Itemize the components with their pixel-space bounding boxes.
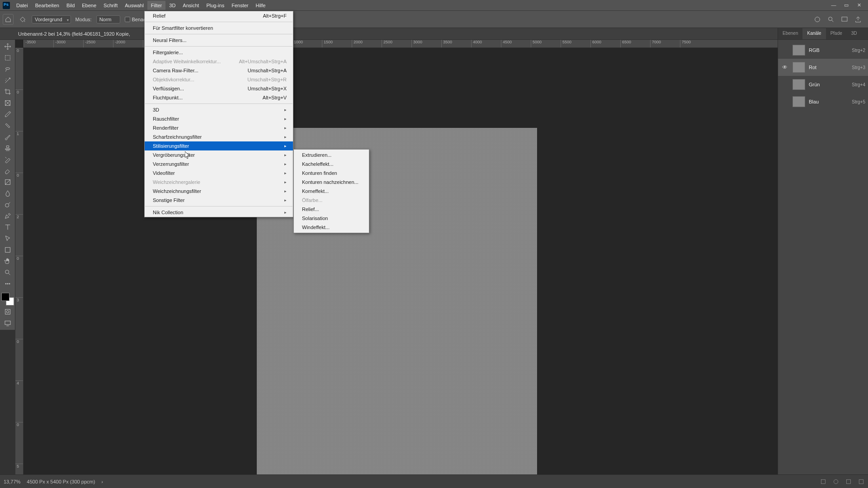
ruler-horizontal[interactable]: -3500-3000-2500-2000-1500-1000-500050010…	[24, 40, 778, 48]
menu-datei[interactable]: Datei	[13, 1, 32, 10]
stylize-konturennachzeichnen[interactable]: Konturen nachzeichnen...	[294, 178, 369, 187]
filter-sub-sonstigefilter[interactable]: Sonstige Filter▸	[145, 196, 293, 205]
filter-liquify[interactable]: Verflüssigen... Umschalt+Strg+X	[145, 84, 293, 93]
status-arrow-icon[interactable]: ›	[101, 479, 103, 484]
filter-smart[interactable]: Für Smartfilter konvertieren	[145, 23, 293, 33]
dodge-tool[interactable]	[1, 200, 14, 210]
tab-kanaele[interactable]: Kanäle	[802, 28, 826, 39]
stylize-extrudieren[interactable]: Extrudieren...	[294, 150, 369, 160]
zoom-tool[interactable]	[1, 267, 14, 277]
search-icon[interactable]	[827, 16, 835, 23]
visibility-icon[interactable]: 👁	[781, 64, 789, 70]
fill-source-select[interactable]: Vordergrund ▾	[32, 15, 71, 23]
eyedropper-tool[interactable]	[1, 109, 14, 119]
foreground-color-swatch[interactable]	[1, 293, 9, 301]
menu-hilfe[interactable]: Hilfe	[252, 1, 269, 10]
channel-row-blau[interactable]: Blau Strg+5	[778, 93, 868, 110]
stylize-windeffekt[interactable]: Windeffekt...	[294, 223, 369, 232]
stamp-tool[interactable]	[1, 143, 14, 153]
menu-ebene[interactable]: Ebene	[78, 1, 100, 10]
filter-sub-vergrberungsfilter[interactable]: Vergröberungsfilter▸	[145, 150, 293, 160]
filter-lens[interactable]: Objektivkorrektur... Umschalt+Strg+R	[145, 75, 293, 84]
filter-sub-renderfilter[interactable]: Renderfilter▸	[145, 123, 293, 132]
filter-sub-weichzeichnungsfilter[interactable]: Weichzeichnungsfilter▸	[145, 187, 293, 196]
filter-cameraraw[interactable]: Camera Raw-Filter... Umschalt+Strg+A	[145, 66, 293, 75]
stylize-relief[interactable]: Relief...	[294, 205, 369, 214]
shape-tool[interactable]	[1, 245, 14, 255]
pen-tool[interactable]	[1, 211, 14, 221]
workspace-icon[interactable]	[841, 16, 848, 23]
filter-neural[interactable]: Neural Filters...	[145, 36, 293, 45]
filter-sub-rauschfilter[interactable]: Rauschfilter▸	[145, 114, 293, 123]
filter-wideangle[interactable]: Adaptive Weitwinkelkorrektur... Alt+Umsc…	[145, 57, 293, 66]
tab-pfade[interactable]: Pfade	[826, 28, 847, 39]
filter-nik[interactable]: Nik Collection ▸	[145, 208, 293, 217]
stylize-kacheleffekt[interactable]: Kacheleffekt...	[294, 160, 369, 169]
mode-select[interactable]: Norm	[96, 15, 120, 23]
history-brush-tool[interactable]	[1, 155, 14, 164]
edit-toolbar[interactable]	[1, 279, 14, 289]
frame-tool[interactable]	[1, 98, 14, 108]
menu-3d[interactable]: 3D	[165, 1, 179, 10]
filter-sub-weichzeichnergalerie[interactable]: Weichzeichnergalerie▸	[145, 178, 293, 187]
screen-mode-tool[interactable]	[1, 318, 14, 328]
channel-row-grün[interactable]: Grün Strg+4	[778, 76, 868, 93]
blur-tool[interactable]	[1, 188, 14, 198]
window-close-icon[interactable]: ✕	[854, 2, 863, 8]
crop-tool[interactable]	[1, 87, 14, 97]
document-dimensions[interactable]: 4500 Px x 5400 Px (300 ppcm)	[27, 479, 95, 484]
window-restore-icon[interactable]: ▭	[842, 2, 851, 8]
channel-thumbnail	[793, 96, 805, 107]
menu-schrift[interactable]: Schrift	[100, 1, 121, 10]
status-icon-2[interactable]	[833, 479, 839, 485]
menu-auswahl[interactable]: Auswahl	[121, 1, 147, 10]
menu-plugins[interactable]: Plug-ins	[203, 1, 228, 10]
menu-bearbeiten[interactable]: Bearbeiten	[32, 1, 63, 10]
heal-tool[interactable]	[1, 121, 14, 131]
eraser-tool[interactable]	[1, 166, 14, 176]
move-tool[interactable]	[1, 42, 14, 52]
stylize-lfarbe[interactable]: Ölfarbe...	[294, 196, 369, 205]
ruler-vertical[interactable]: 00102030405	[15, 48, 24, 474]
gradient-tool[interactable]	[1, 177, 14, 187]
path-select-tool[interactable]	[1, 234, 14, 244]
quickmask-tool[interactable]	[1, 307, 14, 317]
filter-vanish[interactable]: Fluchtpunkt... Alt+Strg+V	[145, 93, 293, 102]
zoom-level[interactable]: 13,77%	[4, 479, 20, 484]
menu-ansicht[interactable]: Ansicht	[179, 1, 203, 10]
stylize-solarisation[interactable]: Solarisation	[294, 214, 369, 223]
channel-row-rot[interactable]: 👁 Rot Strg+3	[778, 59, 868, 76]
wand-tool[interactable]	[1, 75, 14, 85]
status-icon-1[interactable]	[820, 479, 826, 485]
filter-sub-videofilter[interactable]: Videofilter▸	[145, 169, 293, 178]
submenu-label: Sonstige Filter	[153, 197, 184, 203]
filter-sub-scharfzeichnungsfilter[interactable]: Scharfzeichnungsfilter▸	[145, 132, 293, 141]
filter-last[interactable]: Relief Alt+Strg+F	[145, 11, 293, 20]
filter-gallery[interactable]: Filtergalerie...	[145, 48, 293, 57]
type-tool[interactable]	[1, 222, 14, 232]
cloud-docs-icon[interactable]	[814, 16, 821, 23]
home-button[interactable]	[3, 14, 14, 25]
tab-ebenen[interactable]: Ebenen	[778, 28, 802, 39]
color-swatches[interactable]	[1, 293, 14, 305]
menu-bild[interactable]: Bild	[63, 1, 78, 10]
status-icon-3[interactable]	[845, 479, 852, 485]
share-icon[interactable]	[854, 16, 862, 23]
filter-sub-stilisierungsfilter[interactable]: Stilisierungsfilter▸	[145, 141, 293, 150]
filter-sub-verzerrungsfilter[interactable]: Verzerrungsfilter▸	[145, 160, 293, 169]
hand-tool[interactable]	[1, 256, 14, 266]
menu-filter[interactable]: Filter	[147, 1, 165, 10]
document-tab[interactable]: Unbenannt-2 bei 14,3% (field-406181_1920…	[18, 31, 130, 37]
status-icon-4[interactable]	[858, 479, 864, 485]
brush-tool[interactable]	[1, 132, 14, 142]
menu-fenster[interactable]: Fenster	[228, 1, 252, 10]
marquee-tool[interactable]	[1, 53, 14, 63]
filter-sub-3d[interactable]: 3D▸	[145, 105, 293, 114]
window-minimize-icon[interactable]: —	[829, 2, 838, 8]
stylize-konturenfinden[interactable]: Konturen finden	[294, 169, 369, 178]
tool-preset-icon[interactable]	[18, 15, 27, 24]
stylize-korneffekt[interactable]: Korneffekt...	[294, 187, 369, 196]
channel-row-rgb[interactable]: RGB Strg+2	[778, 42, 868, 59]
lasso-tool[interactable]	[1, 64, 14, 74]
tab-3d[interactable]: 3D	[847, 28, 862, 39]
